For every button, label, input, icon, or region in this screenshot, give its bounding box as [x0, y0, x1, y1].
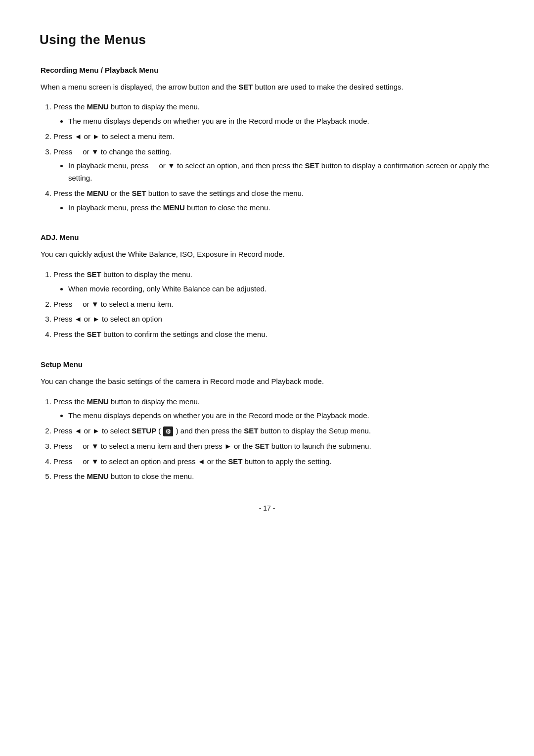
step-setup-1: Press the MENU button to display the men…: [53, 396, 494, 423]
step-adj-3: Press ◄ or ► to select an option: [53, 313, 494, 326]
bullet-setup-1-1: The menu displays depends on whether you…: [68, 410, 494, 422]
section-intro-setup: You can change the basic settings of the…: [41, 376, 494, 388]
step-recording-3: Press or ▼ to change the setting. In pla…: [53, 146, 494, 185]
section-adj-menu: ADJ. Menu You can quickly adjust the Whi…: [40, 232, 494, 341]
step-recording-2: Press ◄ or ► to select a menu item.: [53, 131, 494, 143]
section-heading-recording: Recording Menu / Playback Menu: [41, 64, 494, 76]
step-adj-1: Press the SET button to display the menu…: [53, 269, 494, 295]
bullet-adj-1-1: When movie recording, only White Balance…: [68, 283, 494, 295]
step-setup-2: Press ◄ or ► to select SETUP ( ⚙ ) and t…: [53, 425, 494, 437]
step-recording-4: Press the MENU or the SET button to save…: [53, 188, 494, 214]
section-intro-adj: You can quickly adjust the White Balance…: [41, 248, 494, 261]
bullet-recording-4-1: In playback menu, press the MENU button …: [68, 202, 494, 214]
step-recording-1: Press the MENU button to display the men…: [53, 101, 494, 128]
bullet-recording-3-1: In playback menu, press or ▼ to select a…: [68, 160, 494, 185]
steps-setup: Press the MENU button to display the men…: [53, 396, 494, 483]
step-adj-2: Press or ▼ to select a menu item.: [53, 298, 494, 311]
svg-text:⚙: ⚙: [165, 428, 171, 435]
steps-adj: Press the SET button to display the menu…: [53, 269, 494, 341]
step-setup-3: Press or ▼ to select a menu item and the…: [53, 440, 494, 453]
step-setup-5: Press the MENU button to close the menu.: [53, 471, 494, 483]
step-adj-4: Press the SET button to confirm the sett…: [53, 329, 494, 341]
step-setup-4: Press or ▼ to select an option and press…: [53, 456, 494, 468]
page-title: Using the Menus: [40, 30, 494, 50]
section-setup-menu: Setup Menu You can change the basic sett…: [40, 359, 494, 483]
section-heading-setup: Setup Menu: [41, 359, 494, 371]
bullet-recording-1-1: The menu displays depends on whether you…: [68, 115, 494, 128]
steps-recording: Press the MENU button to display the men…: [53, 101, 494, 214]
section-heading-adj: ADJ. Menu: [41, 232, 494, 243]
setup-icon: ⚙: [163, 426, 174, 437]
section-intro-recording: When a menu screen is displayed, the arr…: [41, 81, 494, 94]
section-recording-menu: Recording Menu / Playback Menu When a me…: [40, 64, 494, 214]
page-number: - 17 -: [40, 503, 494, 514]
